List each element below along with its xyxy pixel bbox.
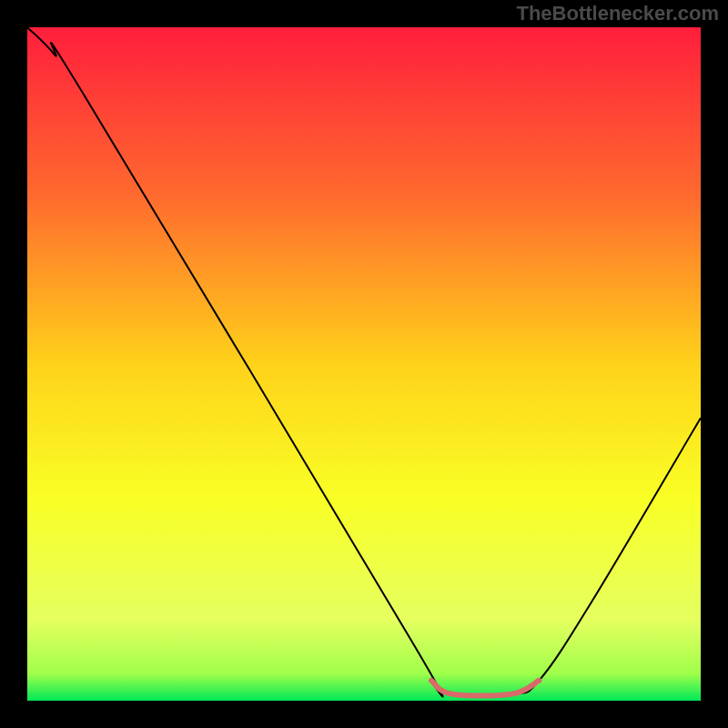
chart-frame: TheBottlenecker.com	[0, 0, 728, 728]
chart-background	[27, 27, 701, 701]
plot-area	[27, 27, 701, 701]
watermark-label: TheBottlenecker.com	[516, 2, 719, 25]
chart-svg	[27, 27, 701, 701]
